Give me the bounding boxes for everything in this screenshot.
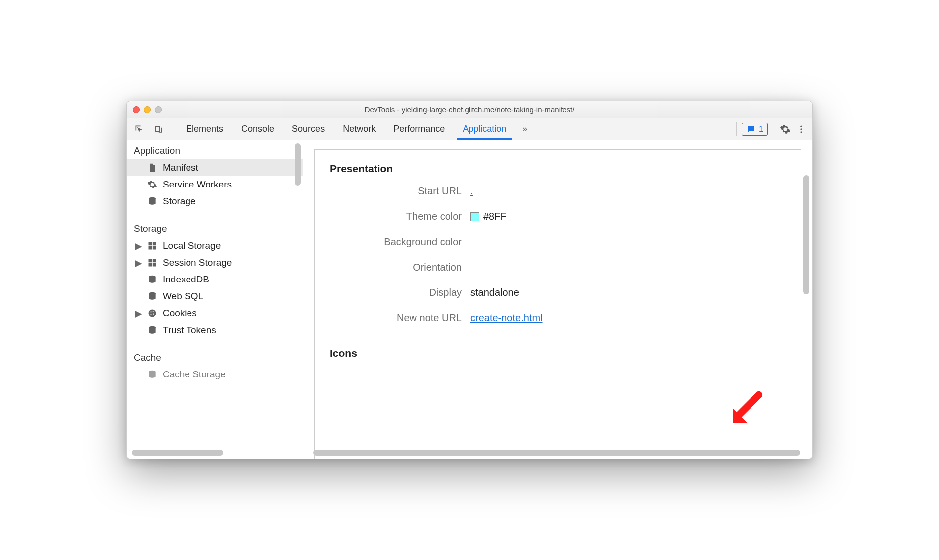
more-tabs-button[interactable]: » [517,124,532,134]
toolbar-separator [172,122,172,136]
expand-arrow-icon[interactable]: ▶ [135,257,142,269]
sidebar-item-label: Cookies [163,308,197,319]
field-orientation: Orientation [330,262,786,273]
tab-sources[interactable]: Sources [283,118,334,140]
tab-elements[interactable]: Elements [177,118,232,140]
zoom-window-button[interactable] [155,106,162,113]
sidebar-horizontal-scrollbar[interactable] [132,450,223,456]
field-label: Background color [330,236,462,248]
sidebar-item-storage-top[interactable]: ▶ Storage [127,193,303,210]
database-icon [147,275,158,284]
field-label: Orientation [330,262,462,273]
svg-point-0 [800,125,802,127]
field-label: Display [330,287,462,298]
titlebar: DevTools - yielding-large-chef.glitch.me… [127,101,812,118]
field-label: New note URL [330,312,462,324]
content-vertical-scrollbar[interactable] [803,175,809,294]
field-display: Display standalone [330,287,786,298]
sidebar-item-websql[interactable]: ▶ Web SQL [127,288,303,305]
database-icon [147,370,158,379]
issues-badge[interactable]: 1 [742,123,768,136]
sidebar-group-application: Application [127,140,303,159]
sidebar-divider [127,214,303,214]
field-label: Start URL [330,186,462,197]
svg-point-8 [153,311,154,312]
sidebar-item-cookies[interactable]: ▶ Cookies [127,305,303,322]
more-options-button[interactable] [794,124,808,134]
svg-point-6 [149,310,156,317]
field-theme-color: Theme color #8FF [330,211,786,222]
sidebar-item-trust-tokens[interactable]: ▶ Trust Tokens [127,322,303,339]
tab-network[interactable]: Network [334,118,384,140]
sidebar-group-storage: Storage [127,218,303,237]
database-icon [147,291,158,301]
sidebar-item-indexeddb[interactable]: ▶ IndexedDB [127,271,303,288]
sidebar-item-session-storage[interactable]: ▶ Session Storage [127,254,303,271]
toolbar-separator [736,122,737,136]
window-title: DevTools - yielding-large-chef.glitch.me… [127,105,812,114]
sidebar-item-label: Web SQL [163,291,203,302]
field-background-color: Background color [330,236,786,248]
sidebar-item-label: Cache Storage [163,369,226,380]
svg-point-1 [800,128,802,130]
sidebar-item-label: Service Workers [163,179,232,190]
tab-performance[interactable]: Performance [384,118,454,140]
svg-point-2 [800,131,802,133]
tab-console[interactable]: Console [232,118,283,140]
sidebar-item-label: Trust Tokens [163,325,216,336]
expand-arrow-icon[interactable]: ▶ [135,308,142,319]
sidebar-item-label: Local Storage [163,240,221,251]
sidebar-group-cache: Cache [127,347,303,366]
field-label: Theme color [330,211,462,222]
device-toolbar-button[interactable] [150,121,167,138]
svg-point-7 [150,311,151,312]
sidebar-item-manifest[interactable]: ▶ Manifest [127,159,303,176]
sidebar-item-local-storage[interactable]: ▶ Local Storage [127,237,303,254]
sidebar-item-service-workers[interactable]: ▶ Service Workers [127,176,303,193]
application-sidebar: Application ▶ Manifest ▶ Service Workers… [127,140,303,459]
main-area: Application ▶ Manifest ▶ Service Workers… [127,140,812,459]
field-start-url: Start URL . [330,186,786,197]
expand-arrow-icon[interactable]: ▶ [135,240,142,252]
sidebar-item-label: Storage [163,196,196,207]
cookie-icon [147,308,158,318]
section-heading-icons: Icons [330,347,786,359]
traffic-lights [133,106,162,113]
tab-application[interactable]: Application [454,118,515,140]
minimize-window-button[interactable] [144,106,151,113]
grid-icon [147,258,158,268]
svg-point-10 [151,314,152,315]
grid-icon [147,241,158,251]
issues-count: 1 [759,125,763,134]
sidebar-scrollbar[interactable] [295,143,301,186]
document-icon [147,163,158,173]
settings-button[interactable] [778,124,792,135]
toolbar-separator [773,122,773,136]
new-note-url-link[interactable]: create-note.html [470,312,543,324]
close-window-button[interactable] [133,106,140,113]
sidebar-item-label: Manifest [163,162,198,173]
field-new-note-url: New note URL create-note.html [330,312,786,324]
panel-tabs: Elements Console Sources Network Perform… [177,118,515,140]
start-url-link[interactable]: . [470,186,473,197]
section-heading: Presentation [330,163,786,175]
color-swatch [470,212,479,221]
database-icon [147,325,158,335]
inspect-element-button[interactable] [131,121,148,138]
sidebar-divider [127,343,303,343]
theme-color-value: #8FF [483,211,507,222]
gear-icon [147,180,158,189]
devtools-toolbar: Elements Console Sources Network Perform… [127,118,812,140]
database-icon [147,196,158,206]
svg-point-9 [153,314,154,315]
content-horizontal-scrollbar[interactable] [313,450,800,456]
display-value: standalone [470,287,519,298]
sidebar-item-cache-storage[interactable]: ▶ Cache Storage [127,366,303,383]
sidebar-item-label: Session Storage [163,257,232,268]
sidebar-item-label: IndexedDB [163,274,209,285]
presentation-section: Presentation Start URL . Theme color #8F… [314,149,801,459]
devtools-window: DevTools - yielding-large-chef.glitch.me… [126,101,813,459]
manifest-panel: Presentation Start URL . Theme color #8F… [303,140,812,459]
